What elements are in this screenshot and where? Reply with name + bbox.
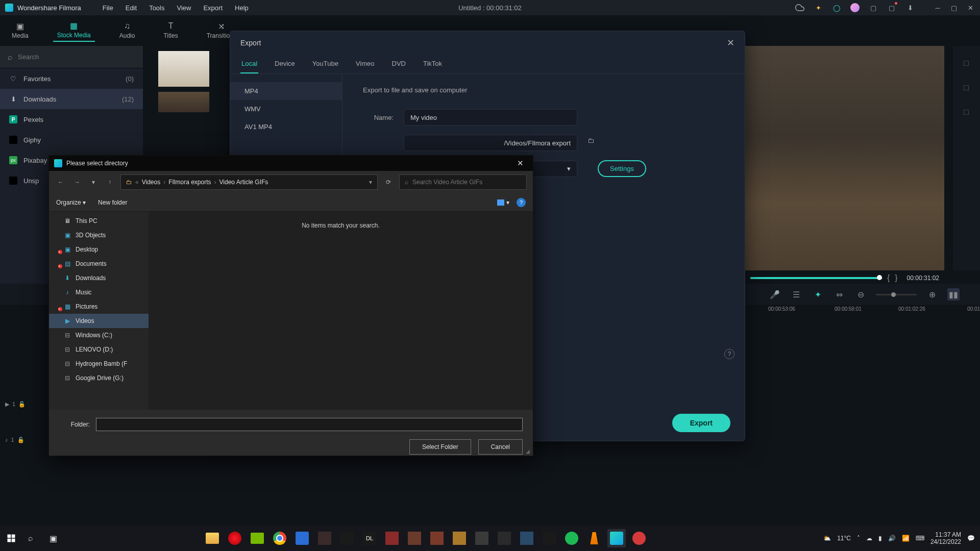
mixer-icon[interactable]: ☰	[790, 288, 802, 300]
taskbar-app[interactable]	[383, 529, 401, 547]
new-folder-button[interactable]: New folder	[98, 199, 127, 206]
marker-icon[interactable]: ✦	[812, 288, 824, 300]
headphones-icon[interactable]: ◯	[832, 3, 841, 12]
tree-drive-c[interactable]: ⊟Windows (C:)	[49, 328, 149, 342]
format-av1mp4[interactable]: AV1 MP4	[230, 118, 342, 136]
chevron-down-icon[interactable]: ▾	[369, 179, 372, 186]
recent-dropdown-icon[interactable]: ▾	[88, 177, 99, 188]
fit-icon[interactable]: ▮▮	[947, 288, 960, 300]
select-folder-button[interactable]: Select Folder	[409, 439, 471, 455]
sidebar-item-giphy[interactable]: Giphy	[0, 130, 143, 150]
edge-tool-icon[interactable]: □	[959, 105, 973, 119]
taskbar-vlc[interactable]	[585, 529, 603, 547]
tree-drive-f[interactable]: ⊟Hydrogen Bamb (F	[49, 357, 149, 371]
tray-battery-icon[interactable]: ▮	[878, 535, 882, 542]
export-tab-local[interactable]: Local	[240, 55, 258, 73]
browse-folder-icon[interactable]: 🗀	[587, 137, 600, 149]
tree-3d-objects[interactable]: ▣3D Objects	[49, 228, 149, 242]
export-button[interactable]: Export	[672, 414, 730, 432]
zoom-in-icon[interactable]: ⊕	[926, 288, 938, 300]
menu-file[interactable]: File	[96, 4, 119, 12]
export-tab-dvd[interactable]: DVD	[391, 55, 407, 73]
mark-out-icon[interactable]: }	[895, 273, 897, 283]
close-icon[interactable]: ✕	[513, 158, 528, 169]
taskbar-clock[interactable]: 11:37 AM 24/12/2022	[930, 531, 961, 546]
back-icon[interactable]: ←	[55, 177, 66, 188]
taskbar-app[interactable]	[450, 529, 469, 547]
path-input[interactable]: /Videos/FIlmora export	[404, 135, 577, 151]
edge-tool-icon[interactable]: □	[959, 56, 973, 70]
forward-icon[interactable]: →	[71, 177, 83, 188]
lock-icon[interactable]: 🔓	[18, 401, 26, 408]
tree-this-pc[interactable]: 🖥This PC	[49, 214, 149, 228]
taskbar-opera[interactable]	[226, 529, 244, 547]
sidebar-item-favorites[interactable]: ♡Favorites(0)	[0, 68, 143, 89]
folder-tree[interactable]: 🖥This PC ▣3D Objects ▣×Desktop ▤×Documen…	[49, 212, 149, 410]
taskbar-taskview[interactable]: ▣	[44, 529, 62, 547]
taskbar-app[interactable]	[428, 529, 446, 547]
message-icon[interactable]: ▢	[887, 3, 896, 12]
view-mode-dropdown[interactable]: ▾	[497, 199, 509, 206]
menu-tools[interactable]: Tools	[143, 4, 170, 12]
tree-videos[interactable]: ▶Videos	[49, 314, 149, 328]
export-tab-device[interactable]: Device	[274, 55, 296, 73]
taskbar-filmora[interactable]	[607, 529, 626, 547]
tree-documents[interactable]: ▤×Documents	[49, 257, 149, 271]
organize-dropdown[interactable]: Organize ▾	[56, 199, 86, 206]
tray-chevron-icon[interactable]: ˄	[857, 535, 860, 542]
taskbar-app[interactable]	[473, 529, 491, 547]
help-icon[interactable]: ?	[517, 198, 526, 207]
edge-tool-icon[interactable]: □	[959, 81, 973, 95]
tray-onedrive-icon[interactable]: ☁	[866, 535, 872, 542]
taskbar-search[interactable]: ⌕	[21, 529, 40, 547]
close-button[interactable]: ✕	[966, 3, 975, 12]
mark-in-icon[interactable]: {	[887, 273, 890, 283]
start-button[interactable]	[5, 532, 17, 544]
file-search[interactable]: ⌕	[399, 174, 527, 190]
video-track-header[interactable]: ▶1🔓	[5, 395, 31, 413]
taskbar-app[interactable]	[338, 529, 356, 547]
refresh-icon[interactable]: ⟳	[383, 177, 394, 188]
menu-help[interactable]: Help	[229, 4, 255, 12]
close-icon[interactable]: ✕	[727, 37, 734, 48]
taskbar-app[interactable]	[315, 529, 334, 547]
menu-view[interactable]: View	[170, 4, 197, 12]
breadcrumb-item[interactable]: Video Article GIFs	[219, 179, 268, 186]
path-breadcrumb[interactable]: 🗀 « Videos › FIlmora exports › Video Art…	[120, 174, 378, 190]
folder-name-input[interactable]	[96, 418, 523, 431]
tray-wifi-icon[interactable]: 📶	[902, 535, 910, 542]
expand-icon[interactable]: ⇔	[833, 288, 845, 300]
tab-stock-media[interactable]: ▦Stock Media	[53, 19, 95, 42]
audio-track-header[interactable]: ♪1🔓	[5, 431, 31, 449]
up-icon[interactable]: ↑	[104, 177, 115, 188]
name-input[interactable]: My video	[404, 109, 577, 126]
tab-audio[interactable]: ♫Audio	[115, 20, 139, 41]
export-tab-youtube[interactable]: YouTube	[311, 55, 339, 73]
zoom-out-icon[interactable]: ⊖	[854, 288, 867, 300]
maximize-button[interactable]: ▢	[949, 3, 959, 12]
export-tab-tiktok[interactable]: TikTok	[422, 55, 443, 73]
breadcrumb-item[interactable]: Videos	[142, 179, 160, 186]
download-app-icon[interactable]: ⬇	[905, 3, 915, 12]
sidebar-item-downloads[interactable]: ⬇Downloads(12)	[0, 89, 143, 109]
breadcrumb-item[interactable]: FIlmora exports	[168, 179, 211, 186]
minimize-button[interactable]: ─	[933, 3, 942, 12]
avatar-icon[interactable]	[850, 3, 860, 12]
save-icon[interactable]: ▢	[869, 3, 878, 12]
file-search-input[interactable]	[412, 179, 521, 186]
menu-export[interactable]: Export	[197, 4, 229, 12]
weather-temp[interactable]: 11°C	[837, 535, 851, 542]
cancel-button[interactable]: Cancel	[478, 439, 523, 455]
taskbar-nvidia[interactable]	[248, 529, 266, 547]
tray-volume-icon[interactable]: 🔊	[888, 535, 896, 542]
help-icon[interactable]: ?	[724, 349, 734, 359]
zoom-slider[interactable]	[876, 294, 917, 295]
scrub-track[interactable]	[750, 277, 882, 279]
taskbar-app[interactable]: DL	[360, 529, 379, 547]
search-input[interactable]	[18, 53, 135, 61]
cloud-icon[interactable]	[795, 3, 804, 12]
taskbar-app[interactable]	[540, 529, 558, 547]
tree-drive-d[interactable]: ⊟LENOVO (D:)	[49, 342, 149, 357]
lightbulb-icon[interactable]: ✦	[814, 3, 823, 12]
format-wmv[interactable]: WMV	[230, 100, 342, 118]
